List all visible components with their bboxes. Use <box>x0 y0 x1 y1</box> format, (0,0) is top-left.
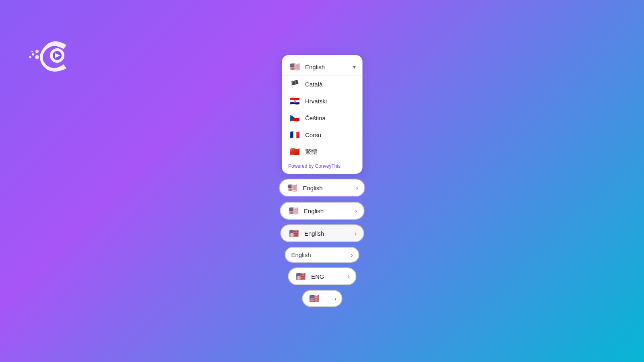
lang-btn-5-left: 🇺🇸 ENG <box>294 272 324 281</box>
powered-by-footer: Powered by ConveyThis <box>282 160 362 171</box>
language-button-4[interactable]: English › <box>285 247 359 263</box>
lang-btn-2-chevron: › <box>355 208 357 214</box>
lang-btn-5-chevron: › <box>348 273 350 280</box>
language-button-3[interactable]: 🇺🇸 English › <box>280 224 364 242</box>
lang-btn-6-flag: 🇺🇸 <box>308 294 320 303</box>
dropdown-chevron-icon: ▾ <box>353 64 356 70</box>
language-button-2[interactable]: 🇺🇸 English › <box>280 202 364 220</box>
lang-btn-3-label: English <box>304 230 324 237</box>
powered-by-text: Powered by <box>288 163 315 169</box>
powered-by-brand[interactable]: ConveyThis <box>315 163 341 169</box>
lang-btn-4-label: English <box>291 251 311 258</box>
lang-btn-5-label: ENG <box>311 273 324 280</box>
svg-point-6 <box>29 56 31 58</box>
dropdown-item-croatian[interactable]: 🇭🇷 Hrvatski <box>282 93 362 109</box>
lang-btn-3-left: 🇺🇸 English <box>287 229 324 238</box>
lang-btn-2-label: English <box>304 208 324 214</box>
lang-btn-5-flag: 🇺🇸 <box>294 272 307 281</box>
lang-btn-1-chevron: › <box>356 185 358 191</box>
catalan-flag-icon: 🏴 <box>288 80 301 88</box>
language-dropdown-card: 🇺🇸 English ▾ 🏴 Català 🇭🇷 Hrvatski 🇨🇿 Češ… <box>282 55 362 174</box>
language-button-1[interactable]: 🇺🇸 English › <box>279 179 365 197</box>
lang-btn-2-left: 🇺🇸 English <box>287 206 324 215</box>
lang-btn-1-left: 🇺🇸 English <box>286 183 323 192</box>
dropdown-item-corsican[interactable]: 🇫🇷 Corsu <box>282 126 362 143</box>
dropdown-selected-label: English <box>305 64 325 70</box>
svg-point-7 <box>35 55 39 59</box>
main-content: 🇺🇸 English ▾ 🏴 Català 🇭🇷 Hrvatski 🇨🇿 Češ… <box>279 55 365 307</box>
lang-btn-3-flag: 🇺🇸 <box>287 229 300 238</box>
croatian-flag-icon: 🇭🇷 <box>288 97 301 105</box>
language-button-5[interactable]: 🇺🇸 ENG › <box>288 267 356 285</box>
catalan-label: Català <box>305 81 322 88</box>
dropdown-item-chinese[interactable]: 🇨🇳 繁體 <box>282 143 362 160</box>
svg-point-4 <box>35 50 39 53</box>
dropdown-selected-item[interactable]: 🇺🇸 English ▾ <box>282 58 362 76</box>
svg-point-5 <box>32 53 34 56</box>
czech-flag-icon: 🇨🇿 <box>288 113 301 122</box>
lang-btn-2-flag: 🇺🇸 <box>287 206 300 215</box>
dropdown-item-czech[interactable]: 🇨🇿 Čeština <box>282 109 362 126</box>
svg-point-8 <box>31 51 33 52</box>
lang-btn-4-chevron: › <box>351 252 353 258</box>
corsican-label: Corsu <box>305 132 321 138</box>
lang-btn-4-left: English <box>291 251 311 258</box>
lang-btn-1-flag: 🇺🇸 <box>286 183 299 192</box>
lang-btn-1-label: English <box>303 185 323 191</box>
lang-btn-3-chevron: › <box>355 230 357 237</box>
chinese-label: 繁體 <box>305 148 317 156</box>
dropdown-item-catala[interactable]: 🏴 Català <box>282 76 362 93</box>
dropdown-selected-left: 🇺🇸 English <box>288 62 325 71</box>
logo <box>28 28 80 80</box>
language-button-6[interactable]: 🇺🇸 › <box>302 290 342 307</box>
corsican-flag-icon: 🇫🇷 <box>288 130 301 139</box>
dropdown-selected-flag: 🇺🇸 <box>288 62 301 71</box>
lang-btn-6-chevron: › <box>334 295 336 302</box>
chinese-flag-icon: 🇨🇳 <box>288 147 301 156</box>
czech-label: Čeština <box>305 115 326 121</box>
croatian-label: Hrvatski <box>305 98 327 105</box>
